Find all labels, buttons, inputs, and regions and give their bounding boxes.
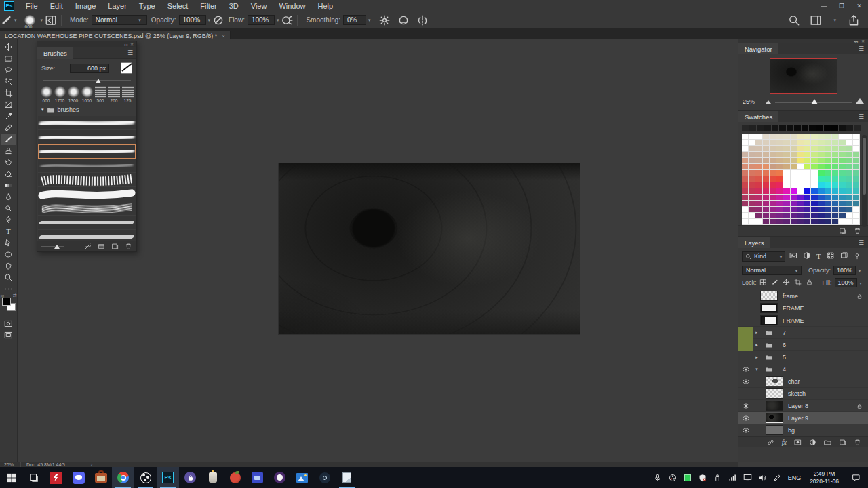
swatch-cell[interactable]: [811, 152, 818, 158]
swatch-cell[interactable]: [811, 164, 818, 170]
toggle-brush-panel-icon[interactable]: [45, 14, 57, 26]
recent-swatch-3[interactable]: [757, 125, 764, 131]
swatch-cell[interactable]: [804, 152, 811, 158]
swatch-cell[interactable]: [804, 164, 811, 170]
swatch-cell[interactable]: [749, 146, 755, 152]
layer-thumbnail[interactable]: [766, 425, 783, 435]
group-chevron-icon[interactable]: ▸: [753, 330, 760, 336]
app-photoshop[interactable]: Ps: [157, 467, 179, 488]
filter-type-icon[interactable]: T: [816, 252, 821, 260]
shape-tool[interactable]: [1, 249, 16, 260]
swatch-cell[interactable]: [797, 140, 804, 146]
swatch-cell[interactable]: [742, 176, 749, 182]
brushes-panel-title[interactable]: Brushes: [37, 47, 73, 59]
swatch-cell[interactable]: [853, 158, 860, 164]
swatch-cell[interactable]: [804, 188, 811, 195]
swatch-cell[interactable]: [770, 188, 776, 195]
swatch-cell[interactable]: [763, 207, 770, 213]
swatch-cell[interactable]: [832, 152, 839, 158]
swatch-cell[interactable]: [825, 140, 832, 146]
swatch-cell[interactable]: [755, 170, 762, 176]
zoom-out-icon[interactable]: [766, 100, 771, 104]
size-input[interactable]: 600 px: [70, 64, 109, 73]
swatch-cell[interactable]: [804, 207, 811, 213]
swatch-cell[interactable]: [783, 182, 790, 188]
chevron-down-icon[interactable]: ▾: [833, 18, 836, 23]
swatch-cell[interactable]: [749, 207, 755, 213]
link-layers-icon[interactable]: [767, 436, 774, 449]
swatch-cell[interactable]: [811, 146, 818, 152]
swatch-cell[interactable]: [742, 201, 749, 207]
swatch-cell[interactable]: [742, 182, 749, 188]
swatch-cell[interactable]: [811, 201, 818, 207]
visibility-eye-icon[interactable]: [738, 363, 753, 375]
swatch-cell[interactable]: [742, 188, 749, 195]
group-chevron-icon[interactable]: ▸: [753, 354, 760, 360]
swatch-cell[interactable]: [742, 170, 749, 176]
navigator-zoom-value[interactable]: 25%: [743, 98, 766, 105]
visibility-eye-icon[interactable]: [738, 412, 753, 424]
recent-swatch-16[interactable]: [854, 125, 861, 131]
layer-filter-select[interactable]: Kind ▾: [742, 251, 785, 262]
healing-brush-tool[interactable]: [1, 122, 16, 134]
swatch-cell[interactable]: [804, 176, 811, 182]
blur-tool[interactable]: [1, 191, 16, 203]
swatch-cell[interactable]: [755, 182, 762, 188]
app-obs[interactable]: [134, 467, 157, 488]
swatch-cell[interactable]: [776, 201, 783, 207]
brush-stroke-preview-icon[interactable]: [121, 62, 132, 74]
swatch-cell[interactable]: [797, 195, 804, 201]
frame-tool[interactable]: [1, 99, 16, 110]
layer-thumbnail[interactable]: [766, 388, 783, 399]
swatch-cell[interactable]: [825, 201, 832, 207]
swatch-cell[interactable]: [797, 134, 804, 140]
recent-swatch-4[interactable]: [764, 125, 771, 131]
swatch-cell[interactable]: [763, 201, 770, 207]
menu-filter[interactable]: Filter: [194, 0, 222, 12]
visibility-toggle[interactable]: [738, 290, 753, 302]
layer-row-6[interactable]: ▸6: [738, 339, 868, 351]
screen-mode-button[interactable]: [1, 329, 16, 341]
dodge-tool[interactable]: [1, 203, 16, 214]
chevron-down-icon[interactable]: ▾: [14, 18, 17, 23]
adjustment-layer-icon[interactable]: [809, 436, 816, 449]
smoothing-input[interactable]: 0%: [343, 15, 366, 25]
search-icon[interactable]: [788, 14, 800, 26]
swatch-cell[interactable]: [818, 188, 825, 195]
menu-3d[interactable]: 3D: [223, 0, 245, 12]
collapse-dock-icon[interactable]: ◂◂: [854, 39, 858, 43]
swatch-cell[interactable]: [818, 213, 825, 219]
layer-mask-icon[interactable]: [794, 436, 802, 449]
swatch-cell[interactable]: [763, 176, 770, 182]
swatch-cell[interactable]: [825, 164, 832, 170]
swatch-cell[interactable]: [853, 188, 860, 195]
swatch-cell[interactable]: [853, 207, 860, 213]
slider-thumb[interactable]: [811, 99, 818, 104]
swatch-cell[interactable]: [776, 176, 783, 182]
swatch-cell[interactable]: [846, 213, 853, 219]
zoom-tool[interactable]: [1, 272, 16, 283]
swatch-cell[interactable]: [846, 219, 853, 225]
canvas-area[interactable]: ◂◂ ✕ Brushes ☰ Size: 600 px 600170013001…: [18, 39, 738, 467]
brush-item-2[interactable]: [38, 130, 136, 144]
swatch-cell[interactable]: [846, 207, 853, 213]
swatch-cell[interactable]: [839, 164, 846, 170]
minimize-button[interactable]: —: [815, 0, 833, 12]
swatch-cell[interactable]: [825, 188, 832, 195]
swatch-cell[interactable]: [749, 164, 755, 170]
swatch-cell[interactable]: [770, 170, 776, 176]
swatch-cell[interactable]: [846, 195, 853, 201]
swatch-cell[interactable]: [839, 182, 846, 188]
swatch-cell[interactable]: [776, 164, 783, 170]
brush-tool[interactable]: [1, 134, 16, 145]
swatch-cell[interactable]: [832, 182, 839, 188]
swatch-cell[interactable]: [755, 219, 762, 225]
swatch-cell[interactable]: [791, 219, 797, 225]
delete-swatch-icon[interactable]: [854, 225, 861, 237]
swatch-cell[interactable]: [776, 152, 783, 158]
recent-swatch-11[interactable]: [816, 125, 823, 131]
menu-window[interactable]: Window: [273, 0, 311, 12]
swatch-cell[interactable]: [763, 182, 770, 188]
swatch-cell[interactable]: [853, 201, 860, 207]
swatch-cell[interactable]: [755, 152, 762, 158]
